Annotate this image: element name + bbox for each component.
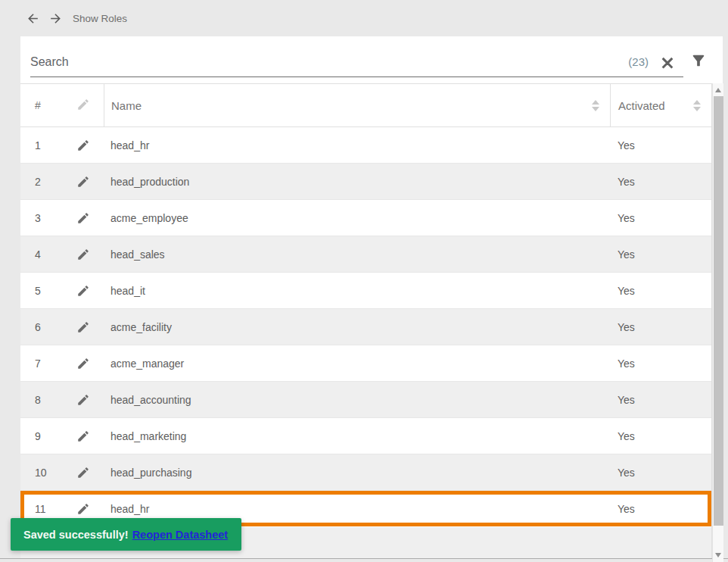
row-index: 5 [20, 285, 62, 297]
row-activated: Yes [610, 248, 711, 261]
row-activated: Yes [610, 321, 711, 333]
filter-icon [690, 52, 707, 69]
edit-pencil-icon [76, 98, 90, 114]
table-row[interactable]: 10 head_purchasing Yes [20, 454, 711, 491]
row-name: acme_employee [104, 212, 610, 224]
table-header-row: # Name Activated [20, 84, 711, 127]
row-name: head_purchasing [104, 467, 610, 479]
table-row[interactable]: 2 head_production Yes [20, 164, 711, 200]
edit-row-button[interactable] [73, 463, 93, 482]
row-activated: Yes [610, 285, 711, 297]
edit-row-button[interactable] [73, 354, 93, 373]
row-index: 4 [20, 248, 62, 261]
pencil-icon [76, 320, 90, 334]
row-name: head_sales [104, 248, 610, 261]
toast-message: Saved successfully! [23, 529, 129, 541]
table-row[interactable]: 8 head_accounting Yes [20, 382, 711, 418]
row-name: acme_manager [104, 357, 610, 370]
table-row[interactable]: 7 acme_manager Yes [20, 345, 711, 382]
row-name: head_marketing [104, 430, 610, 442]
scroll-down-icon[interactable] [715, 553, 721, 557]
header-index: # [20, 99, 62, 111]
pencil-icon [76, 502, 90, 516]
pencil-icon [76, 429, 90, 443]
result-count: (23) [628, 55, 649, 68]
filter-button[interactable] [689, 52, 708, 70]
edit-row-button[interactable] [73, 281, 93, 301]
header-name[interactable]: Name [104, 84, 610, 126]
header-index-label: # [35, 99, 41, 111]
pencil-icon [76, 357, 90, 370]
header-edit [62, 98, 104, 114]
page: Show Roles (23) # [0, 0, 728, 562]
search-input[interactable] [30, 47, 628, 76]
edit-row-button[interactable] [73, 317, 93, 337]
row-activated: Yes [610, 357, 711, 370]
scroll-up-icon[interactable] [715, 88, 721, 92]
table-row[interactable]: 9 head_marketing Yes [20, 418, 711, 454]
row-name: head_accounting [104, 394, 610, 406]
row-index: 7 [20, 357, 62, 370]
row-activated: Yes [610, 394, 711, 406]
row-activated: Yes [610, 467, 711, 479]
reopen-datasheet-link[interactable]: Reopen Datasheet [132, 529, 229, 541]
back-button[interactable] [23, 8, 42, 28]
header-activated-label: Activated [618, 99, 693, 112]
toast-notification: Saved successfully! Reopen Datasheet [11, 518, 241, 551]
page-title: Show Roles [73, 13, 127, 24]
pencil-icon [76, 466, 90, 479]
forward-button[interactable] [45, 8, 65, 28]
clear-search-button[interactable] [659, 54, 676, 70]
edit-row-button[interactable] [73, 136, 93, 155]
row-name: acme_facility [104, 321, 610, 333]
row-activated: Yes [610, 139, 711, 151]
arrow-back-icon [26, 11, 40, 26]
pencil-icon [76, 139, 90, 152]
table-row[interactable]: 6 acme_facility Yes [20, 309, 711, 345]
edit-row-button[interactable] [73, 426, 93, 446]
table-row[interactable]: 4 head_sales Yes [20, 236, 711, 273]
row-index: 8 [20, 394, 62, 406]
row-name: head_hr [104, 139, 610, 151]
roles-table: # Name Activated 1 [20, 83, 712, 562]
content-panel: (23) # Name [20, 36, 723, 558]
header-name-label: Name [111, 99, 592, 112]
arrow-forward-icon [48, 11, 63, 26]
edit-row-button[interactable] [73, 245, 93, 264]
vertical-scrollbar[interactable] [712, 83, 723, 562]
row-activated: Yes [610, 503, 711, 515]
pencil-icon [76, 284, 90, 298]
row-name: head_production [104, 176, 610, 188]
row-index: 10 [20, 467, 62, 479]
sort-name-icon[interactable] [592, 100, 599, 111]
row-activated: Yes [610, 176, 711, 188]
sort-activated-icon[interactable] [693, 100, 701, 111]
edit-row-button[interactable] [73, 499, 93, 519]
table-row[interactable]: 5 head_it Yes [20, 273, 711, 309]
edit-row-button[interactable] [73, 172, 93, 192]
scrollbar-thumb[interactable] [714, 96, 723, 526]
row-index: 6 [20, 321, 62, 333]
row-index: 2 [20, 176, 62, 188]
close-icon [660, 55, 675, 70]
topbar: Show Roles [0, 0, 728, 36]
pencil-icon [76, 211, 90, 225]
row-name: head_hr [104, 503, 610, 515]
edit-row-button[interactable] [73, 208, 93, 228]
edit-row-button[interactable] [73, 390, 93, 410]
row-index: 1 [20, 139, 62, 151]
row-index: 9 [20, 430, 62, 442]
pencil-icon [76, 248, 90, 261]
row-index: 3 [20, 212, 62, 224]
table-row[interactable]: 1 head_hr Yes [20, 127, 711, 164]
row-activated: Yes [610, 212, 711, 224]
row-index: 11 [20, 503, 62, 515]
table-body: 1 head_hr Yes 2 head_production Yes 3 ac… [20, 127, 711, 562]
header-activated[interactable]: Activated [610, 84, 711, 126]
row-activated: Yes [610, 430, 711, 442]
pencil-icon [76, 393, 90, 407]
row-name: head_it [104, 285, 610, 297]
table-row[interactable]: 3 acme_employee Yes [20, 200, 711, 236]
pencil-icon [76, 175, 90, 189]
bottom-edge [0, 558, 728, 562]
